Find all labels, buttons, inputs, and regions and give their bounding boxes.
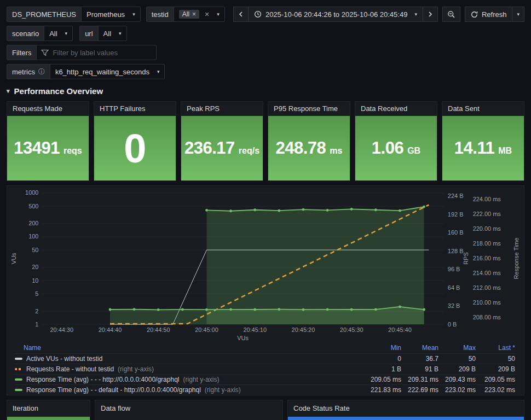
axis-tick-label: 1000 [25, 189, 38, 196]
time-back-button[interactable] [233, 7, 249, 22]
chevron-down-icon: ▾ [7, 88, 10, 95]
time-range-picker[interactable]: 2025-10-06 20:44:26 to 2025-10-06 20:45:… [248, 7, 423, 22]
url-select[interactable]: All ▾ [98, 26, 127, 41]
testid-picker: testid All × × ▾ [146, 7, 225, 22]
panel-title: Data Sent [442, 102, 524, 116]
refresh-button[interactable]: Refresh [465, 7, 513, 22]
series-point [302, 208, 305, 211]
stat-value: 13491 [14, 138, 60, 158]
metrics-select[interactable]: k6_http_req_waiting_seconds ▾ [50, 64, 165, 79]
legend-max: 209 B [438, 365, 476, 373]
series-point [374, 208, 377, 211]
series-point [205, 209, 208, 212]
zoom-out-icon [447, 10, 455, 19]
section-performance-overview[interactable]: ▾ Performance Overview [7, 85, 524, 97]
axis-tick-label: 20:45:40 [388, 326, 412, 333]
scenario-select[interactable]: All ▾ [44, 26, 73, 41]
scenario-value: All [49, 30, 57, 38]
axis-tick-label: 216.00 ms [473, 255, 501, 261]
filters-input[interactable] [53, 49, 152, 57]
legend-last: 50 [476, 355, 515, 363]
panel-title: Requests Made [7, 102, 89, 116]
stat-panels-row: Requests Made 13491reqs HTTP Failures 0 … [7, 101, 524, 181]
legend-series-toggle[interactable]: Response Time (avg) - - default - http:/… [15, 386, 366, 394]
axis-tick-label: 10 [32, 277, 38, 284]
iteration-stat-fill [7, 417, 90, 420]
stat-requests-made: Requests Made 13491reqs [7, 101, 89, 181]
stat-data-sent: Data Sent 14.11MB [442, 101, 524, 181]
legend-series-toggle[interactable]: Active VUs - without testid [15, 355, 366, 363]
variable-pickers-left: DS_PROMETHEUS Prometheus ▾ testid All × … [7, 7, 225, 22]
legend-series-toggle[interactable]: Requests Rate - without testid (right y-… [15, 365, 366, 373]
panel-code-status-rate: Code Status Rate [287, 400, 524, 420]
stat-p95-response-time: P95 Response Time 248.78ms [268, 101, 350, 181]
axis-tick-label: 20:45:30 [340, 326, 363, 333]
legend-col-mean[interactable]: Mean [401, 344, 438, 352]
timeseries-chart[interactable]: 1000500200100502010521224 B192 B160 B128… [7, 186, 525, 342]
info-icon: ⓘ [38, 67, 45, 77]
chart-legend: Name Min Mean Max Last * Active VUs - wi… [7, 342, 524, 395]
datasource-label: DS_PROMETHEUS [7, 7, 82, 22]
variable-row-2: scenario All ▾ url All ▾ [7, 26, 524, 41]
panel-data-flow: Data flow [95, 400, 283, 420]
axis-tick-label: 208.00 ms [473, 314, 501, 320]
series-name: Active VUs - without testid [26, 355, 102, 363]
datasource-picker: DS_PROMETHEUS Prometheus ▾ [7, 7, 141, 22]
metrics-value: k6_http_req_waiting_seconds [55, 68, 149, 76]
filters-row: Filters [7, 45, 524, 60]
series-point [133, 308, 136, 311]
testid-chip[interactable]: All × [179, 10, 199, 19]
chevron-down-icon: ▾ [65, 31, 68, 36]
stat-value: 1.06 [372, 138, 403, 158]
legend-row: Response Time (avg) - - default - http:/… [15, 384, 515, 395]
panel-title: Data Received [355, 102, 437, 116]
remove-chip-icon[interactable]: × [192, 10, 196, 18]
series-name: Response Time (avg) - - default - http:/… [26, 386, 201, 394]
axis-tick-label: 2 [35, 308, 38, 314]
chevron-down-icon: ▾ [132, 11, 135, 17]
stat-body: 1.06GB [355, 116, 437, 180]
axis-tick-label: 222.00 ms [473, 211, 501, 217]
stat-value: 14.11 [454, 138, 494, 158]
axis-tick-label: 96 B [448, 266, 460, 272]
legend-series-toggle[interactable]: Response Time (avg) - - - http://0.0.0.0… [15, 376, 366, 383]
clear-selection-icon[interactable]: × [205, 10, 209, 19]
datasource-select[interactable]: Prometheus ▾ [81, 7, 141, 22]
chevron-right-icon [428, 11, 433, 18]
legend-row: Response Time (avg) - - - http://0.0.0.0… [15, 374, 515, 384]
filters-group: Filters [7, 45, 157, 60]
time-range-cluster: 2025-10-06 20:44:26 to 2025-10-06 20:45:… [233, 7, 438, 22]
legend-col-min[interactable]: Min [366, 344, 401, 352]
testid-chip-label: All [182, 10, 189, 18]
legend-mean: 36.7 [401, 355, 438, 363]
series-point [229, 209, 232, 212]
stat-unit: reqs [64, 146, 82, 156]
series-suffix: (right y-axis) [118, 365, 154, 373]
stat-unit: ms [330, 146, 342, 156]
legend-col-name[interactable]: Name [15, 344, 366, 352]
panel-title: Iteration [7, 400, 90, 415]
refresh-interval-dropdown[interactable]: ▾ [512, 7, 524, 22]
testid-select[interactable]: All × × ▾ [174, 7, 225, 22]
legend-mean: 222.69 ms [401, 386, 438, 394]
axis-tick-label: 128 B [448, 248, 464, 254]
scenario-label: scenario [7, 26, 44, 41]
refresh-cluster: Refresh ▾ [465, 7, 524, 22]
panel-title: HTTP Failures [94, 102, 176, 116]
metrics-label-text: metrics [12, 68, 35, 76]
legend-min: 209.05 ms [366, 376, 401, 383]
stat-http-failures: HTTP Failures 0 [94, 101, 176, 181]
clock-icon [254, 10, 262, 18]
legend-col-max[interactable]: Max [438, 344, 476, 352]
legend-col-last[interactable]: Last * [476, 344, 515, 352]
axis-tick-label: 20:44:30 [50, 326, 73, 333]
testid-label: testid [146, 7, 174, 22]
chevron-down-icon: ▾ [217, 11, 220, 17]
zoom-out-button[interactable] [442, 7, 460, 22]
filters-input-wrap [36, 45, 157, 60]
time-forward-button[interactable] [423, 7, 438, 22]
axis-tick-label: 20:45:00 [195, 326, 218, 333]
axis-tick-label: 32 B [448, 302, 460, 309]
stat-body: 236.17req/s [181, 116, 263, 180]
time-range-text: 2025-10-06 20:44:26 to 2025-10-06 20:45:… [266, 10, 408, 19]
